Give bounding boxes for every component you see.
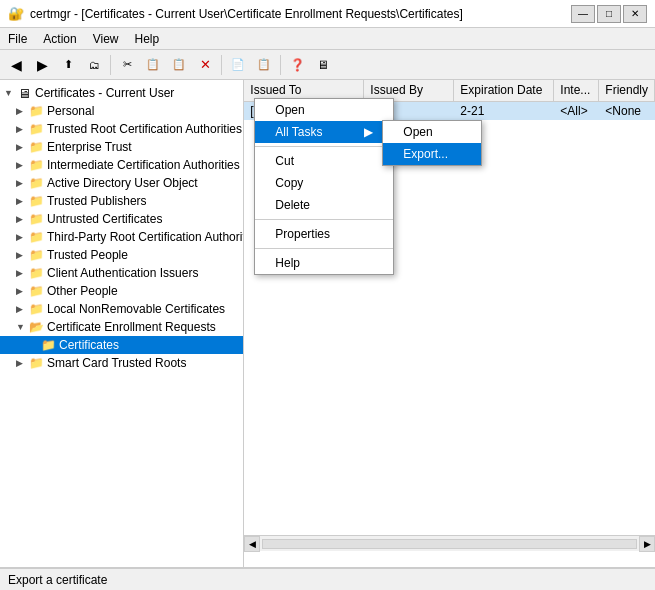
folder-icon-trusted-root: 📁 [28, 122, 44, 136]
tree-item-trusted-people[interactable]: ▶ 📁 Trusted People [0, 246, 243, 264]
submenu-export[interactable]: Export... [383, 143, 481, 165]
cut-button[interactable]: ✂ [115, 53, 139, 77]
about-button[interactable]: 🖥 [311, 53, 335, 77]
paste-button[interactable]: 📋 [167, 53, 191, 77]
menu-action[interactable]: Action [35, 30, 84, 47]
context-menu-help[interactable]: Help [255, 252, 393, 274]
scrollbar-track[interactable] [262, 539, 637, 549]
tree-item-local-non[interactable]: ▶ 📁 Local NonRemovable Certificates [0, 300, 243, 318]
tree-item-personal[interactable]: ▶ 📁 Personal [0, 102, 243, 120]
tree-label-third-party: Third-Party Root Certification Authoriti… [47, 230, 244, 244]
folder-icon-third-party: 📁 [28, 230, 44, 244]
folder-icon-other-people: 📁 [28, 284, 44, 298]
tree-root-label: Certificates - Current User [35, 86, 174, 100]
tree-item-smart-card[interactable]: ▶ 📁 Smart Card Trusted Roots [0, 354, 243, 372]
tree-label-personal: Personal [47, 104, 94, 118]
folder-icon-enterprise: 📁 [28, 140, 44, 154]
submenu: Open Export... [382, 120, 482, 166]
status-text: Export a certificate [8, 573, 107, 587]
close-button[interactable]: ✕ [623, 5, 647, 23]
tree-label-untrusted: Untrusted Certificates [47, 212, 162, 226]
tree-item-untrusted[interactable]: ▶ 📁 Untrusted Certificates [0, 210, 243, 228]
context-menu-sep-1 [255, 146, 393, 147]
folder-icon-active-directory: 📁 [28, 176, 44, 190]
context-menu-sep-3 [255, 248, 393, 249]
menu-view[interactable]: View [85, 30, 127, 47]
tree-item-active-directory[interactable]: ▶ 📁 Active Directory User Object [0, 174, 243, 192]
tree-toggle-personal: ▶ [16, 106, 28, 116]
status-bar: Export a certificate [0, 568, 655, 590]
tree-root[interactable]: ▼ 🖥 Certificates - Current User [0, 84, 243, 102]
tree-label-active-directory: Active Directory User Object [47, 176, 198, 190]
tree-toggle-cert-enrollment: ▼ [16, 322, 28, 332]
show-hide-button[interactable]: 🗂 [82, 53, 106, 77]
tree-toggle-untrusted: ▶ [16, 214, 28, 224]
context-menu-all-tasks[interactable]: All Tasks ▶ [255, 121, 393, 143]
tree-toggle-local-non: ▶ [16, 304, 28, 314]
tree-item-trusted-publishers[interactable]: ▶ 📁 Trusted Publishers [0, 192, 243, 210]
properties-button[interactable]: 📄 [226, 53, 250, 77]
forward-button[interactable]: ▶ [30, 53, 54, 77]
tree-toggle-third-party: ▶ [16, 232, 28, 242]
cell-friendly: <None [599, 103, 655, 119]
help-button[interactable]: ❓ [285, 53, 309, 77]
submenu-open[interactable]: Open [383, 121, 481, 143]
tree-toggle-active-directory: ▶ [16, 178, 28, 188]
context-menu-copy[interactable]: Copy [255, 172, 393, 194]
col-header-friendly[interactable]: Friendly [599, 80, 655, 101]
tree-label-cert-enrollment: Certificate Enrollment Requests [47, 320, 216, 334]
copy-button[interactable]: 📋 [141, 53, 165, 77]
tree-item-enterprise[interactable]: ▶ 📁 Enterprise Trust [0, 138, 243, 156]
tree-item-trusted-root[interactable]: ▶ 📁 Trusted Root Certification Authoriti… [0, 120, 243, 138]
tree-item-client-auth[interactable]: ▶ 📁 Client Authentication Issuers [0, 264, 243, 282]
tree-toggle-client-auth: ▶ [16, 268, 28, 278]
col-header-inte[interactable]: Inte... [554, 80, 599, 101]
up-button[interactable]: ⬆ [56, 53, 80, 77]
tree-label-client-auth: Client Authentication Issuers [47, 266, 198, 280]
folder-icon-untrusted: 📁 [28, 212, 44, 226]
context-menu-properties[interactable]: Properties [255, 223, 393, 245]
menu-help[interactable]: Help [127, 30, 168, 47]
export-list-button[interactable]: 📋 [252, 53, 276, 77]
computer-icon: 🖥 [16, 86, 32, 100]
maximize-button[interactable]: □ [597, 5, 621, 23]
tree-panel[interactable]: ▼ 🖥 Certificates - Current User ▶ 📁 Pers… [0, 80, 244, 567]
delete-button[interactable]: ✕ [193, 53, 217, 77]
tree-item-intermediate[interactable]: ▶ 📁 Intermediate Certification Authoriti… [0, 156, 243, 174]
right-panel: Issued To Issued By Expiration Date Inte… [244, 80, 655, 567]
tree-toggle-intermediate: ▶ [16, 160, 28, 170]
tree-label-local-non: Local NonRemovable Certificates [47, 302, 225, 316]
tree-item-third-party[interactable]: ▶ 📁 Third-Party Root Certification Autho… [0, 228, 243, 246]
cell-inte: <All> [554, 103, 599, 119]
app-icon: 🔐 [8, 6, 24, 21]
tree-label-other-people: Other People [47, 284, 118, 298]
context-menu-cut[interactable]: Cut [255, 150, 393, 172]
tree-item-other-people[interactable]: ▶ 📁 Other People [0, 282, 243, 300]
tree-item-cert-enrollment[interactable]: ▼ 📂 Certificate Enrollment Requests [0, 318, 243, 336]
folder-icon-trusted-people: 📁 [28, 248, 44, 262]
menu-file[interactable]: File [0, 30, 35, 47]
tree-label-certificates: Certificates [59, 338, 119, 352]
tree-toggle-trusted-publishers: ▶ [16, 196, 28, 206]
folder-icon-trusted-publishers: 📁 [28, 194, 44, 208]
tree-toggle-smart-card: ▶ [16, 358, 28, 368]
folder-icon-cert-enrollment: 📂 [28, 320, 44, 334]
window-controls: — □ ✕ [571, 5, 647, 23]
horizontal-scrollbar[interactable]: ◀ ▶ [244, 535, 655, 551]
toolbar-sep-1 [110, 55, 111, 75]
toolbar: ◀ ▶ ⬆ 🗂 ✂ 📋 📋 ✕ 📄 📋 ❓ 🖥 [0, 50, 655, 80]
scroll-right-button[interactable]: ▶ [639, 536, 655, 552]
back-button[interactable]: ◀ [4, 53, 28, 77]
context-menu-open[interactable]: Open [255, 99, 393, 121]
window-title: certmgr - [Certificates - Current User\C… [30, 7, 565, 21]
title-bar: 🔐 certmgr - [Certificates - Current User… [0, 0, 655, 28]
context-menu-delete[interactable]: Delete [255, 194, 393, 216]
tree-label-trusted-root: Trusted Root Certification Authorities [47, 122, 242, 136]
scroll-left-button[interactable]: ◀ [244, 536, 260, 552]
minimize-button[interactable]: — [571, 5, 595, 23]
tree-label-intermediate: Intermediate Certification Authorities [47, 158, 240, 172]
tree-item-certificates[interactable]: 📁 Certificates [0, 336, 243, 354]
cell-expiry: 2-21 [454, 103, 554, 119]
context-menu-sep-2 [255, 219, 393, 220]
col-header-expiry[interactable]: Expiration Date [454, 80, 554, 101]
